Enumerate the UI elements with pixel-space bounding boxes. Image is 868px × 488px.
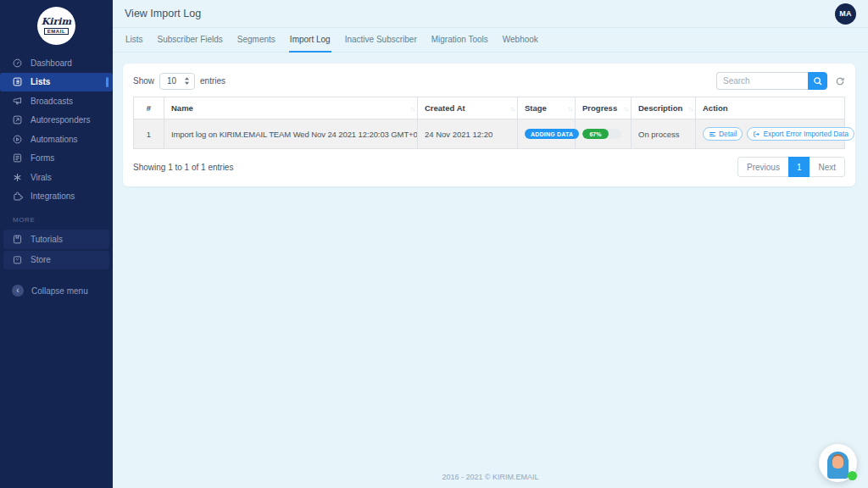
sort-icon: ↑↓ bbox=[510, 105, 515, 111]
sidebar-item-autoresponders[interactable]: Autoresponders bbox=[0, 111, 113, 130]
more-section-label: MORE bbox=[0, 206, 113, 229]
list-icon bbox=[709, 130, 716, 138]
broadcasts-icon bbox=[12, 96, 23, 107]
main-area: View Import Log MA Lists Subscriber Fiel… bbox=[113, 0, 868, 488]
logo-text-kirim: Kirim bbox=[42, 17, 71, 27]
entries-summary: Showing 1 to 1 of 1 entries bbox=[133, 163, 233, 172]
sidebar-item-label: Automations bbox=[31, 135, 78, 144]
pagination: Previous 1 Next bbox=[737, 157, 845, 177]
export-error-button[interactable]: Export Error Imported Data bbox=[747, 127, 854, 141]
progress-bar-fill: 67% bbox=[582, 129, 609, 139]
column-header-created-at[interactable]: Created At↑↓ bbox=[418, 97, 518, 119]
sidebar-item-broadcasts[interactable]: Broadcasts bbox=[0, 92, 113, 111]
sidebar-item-label: Lists bbox=[31, 77, 50, 86]
column-header-description[interactable]: Description↑↓ bbox=[632, 97, 696, 119]
pagination-page-1[interactable]: 1 bbox=[788, 157, 810, 177]
import-log-card: Show 10 entries bbox=[123, 64, 855, 186]
chat-widget[interactable] bbox=[819, 444, 857, 482]
export-icon bbox=[753, 130, 760, 138]
tab-lists[interactable]: Lists bbox=[125, 28, 144, 53]
entries-select-value: 10 bbox=[167, 76, 176, 86]
sidebar-item-label: Dashboard bbox=[31, 58, 72, 68]
online-status-dot bbox=[848, 471, 857, 480]
search-control bbox=[716, 72, 845, 90]
description-cell: On process bbox=[632, 119, 696, 149]
sort-icon: ↑↓ bbox=[568, 105, 572, 111]
sidebar-item-label: Virals bbox=[31, 173, 52, 182]
sidebar-item-store[interactable]: Store bbox=[3, 251, 109, 270]
tab-segments[interactable]: Segments bbox=[236, 28, 276, 53]
progress-bar: 67% bbox=[582, 129, 621, 139]
content-area: Show 10 entries bbox=[113, 53, 868, 488]
detail-button[interactable]: Detail bbox=[703, 127, 743, 141]
tab-inactive-subscriber[interactable]: Inactive Subscriber bbox=[344, 28, 418, 53]
tutorials-icon bbox=[12, 234, 23, 245]
column-header-action: Action bbox=[696, 97, 845, 119]
column-header-name[interactable]: Name↑↓ bbox=[164, 97, 418, 119]
automations-icon bbox=[12, 134, 23, 145]
search-icon bbox=[813, 76, 823, 86]
virals-icon bbox=[12, 172, 23, 183]
tab-import-log[interactable]: Import Log bbox=[289, 28, 331, 53]
tab-webhook[interactable]: Webhook bbox=[502, 28, 539, 53]
logo-text-email: EMAIL bbox=[44, 28, 70, 35]
entries-label: entries bbox=[200, 76, 225, 86]
page-title: View Import Log bbox=[125, 8, 201, 19]
column-header-stage[interactable]: Stage↑↓ bbox=[518, 97, 576, 119]
lists-icon bbox=[12, 76, 23, 87]
page-size-control: Show 10 entries bbox=[133, 73, 225, 90]
kirim-email-logo[interactable]: Kirim EMAIL bbox=[37, 7, 75, 45]
action-cell: Detail Export Error Imported Data bbox=[696, 119, 845, 149]
page-header: View Import Log MA bbox=[113, 0, 868, 28]
import-name-cell: Import log on KIRIM.EMAIL TEAM Wed Nov 2… bbox=[164, 119, 418, 149]
sidebar-item-forms[interactable]: Forms bbox=[0, 149, 113, 169]
column-header-progress[interactable]: Progress↑↓ bbox=[576, 97, 632, 119]
sidebar-item-label: Forms bbox=[31, 153, 54, 163]
sidebar-item-label: Autoresponders bbox=[31, 115, 91, 125]
table-header-row: # Name↑↓ Created At↑↓ Stage↑↓ Progress↑↓… bbox=[134, 97, 845, 119]
show-label: Show bbox=[133, 76, 154, 86]
sidebar-item-dashboard[interactable]: Dashboard bbox=[0, 53, 113, 73]
stage-cell: ADDING DATA bbox=[518, 119, 576, 149]
created-at-cell: 24 Nov 2021 12:20 bbox=[418, 119, 518, 149]
progress-cell: 67% bbox=[576, 119, 632, 149]
sidebar-item-lists[interactable]: Lists bbox=[0, 73, 113, 92]
search-button[interactable] bbox=[808, 72, 827, 90]
dashboard-icon bbox=[12, 58, 23, 69]
footer-copyright: 2016 - 2021 © KIRIM.EMAIL bbox=[113, 473, 868, 481]
tab-migration-tools[interactable]: Migration Tools bbox=[431, 28, 489, 53]
sidebar: Kirim EMAIL Dashboard Lists Broadcasts A… bbox=[0, 0, 113, 488]
sidebar-item-integrations[interactable]: Integrations bbox=[0, 187, 113, 207]
sidebar-item-automations[interactable]: Automations bbox=[0, 130, 113, 149]
refresh-icon bbox=[835, 76, 845, 86]
pagination-next[interactable]: Next bbox=[810, 157, 845, 177]
table-row: 1 Import log on KIRIM.EMAIL TEAM Wed Nov… bbox=[134, 119, 845, 149]
table-controls: Show 10 entries bbox=[133, 72, 845, 90]
sort-icon: ↑↓ bbox=[688, 105, 693, 111]
sidebar-item-virals[interactable]: Virals bbox=[0, 168, 113, 187]
integrations-icon bbox=[12, 191, 23, 202]
autoresponders-icon bbox=[12, 114, 23, 125]
sidebar-item-label: Integrations bbox=[31, 191, 75, 201]
chevron-left-icon: ‹ bbox=[12, 285, 24, 297]
tab-subscriber-fields[interactable]: Subscriber Fields bbox=[157, 28, 224, 53]
row-number-cell: 1 bbox=[134, 119, 164, 149]
column-header-num[interactable]: # bbox=[134, 97, 164, 119]
refresh-button[interactable] bbox=[835, 76, 845, 86]
collapse-menu-button[interactable]: ‹ Collapse menu bbox=[0, 281, 113, 300]
stage-badge: ADDING DATA bbox=[525, 129, 579, 139]
entries-select[interactable]: 10 bbox=[159, 73, 195, 90]
collapse-menu-label: Collapse menu bbox=[31, 286, 88, 296]
sidebar-item-label: Broadcasts bbox=[31, 97, 73, 106]
import-log-table: # Name↑↓ Created At↑↓ Stage↑↓ Progress↑↓… bbox=[133, 97, 845, 149]
pagination-previous[interactable]: Previous bbox=[737, 157, 788, 177]
select-arrows-icon bbox=[184, 76, 190, 86]
sidebar-item-tutorials[interactable]: Tutorials bbox=[3, 230, 109, 249]
forms-icon bbox=[12, 152, 23, 164]
search-input[interactable] bbox=[716, 72, 808, 90]
user-avatar[interactable]: MA bbox=[835, 3, 856, 25]
store-icon bbox=[12, 254, 23, 265]
sort-icon: ↑↓ bbox=[624, 105, 628, 111]
tab-bar: Lists Subscriber Fields Segments Import … bbox=[113, 28, 868, 53]
sidebar-item-label: Store bbox=[31, 255, 51, 264]
